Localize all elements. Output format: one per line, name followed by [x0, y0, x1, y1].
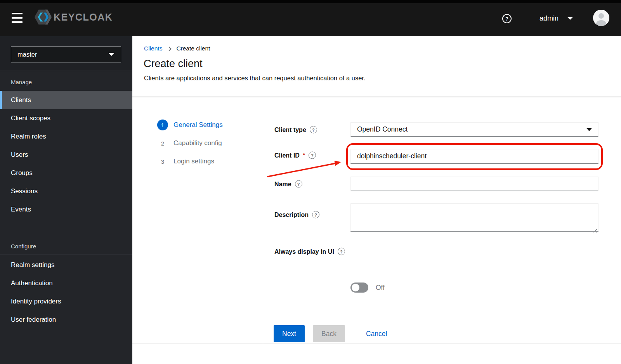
sidebar-item-clients[interactable]: Clients	[0, 91, 132, 109]
breadcrumb-separator-icon	[167, 47, 172, 51]
masthead: KEYCLOAK ? admin	[0, 0, 621, 36]
top-strip	[0, 0, 621, 3]
wizard-step-login-settings[interactable]: 3 Login settings	[157, 156, 223, 167]
client-type-label: Client type ?	[274, 126, 317, 133]
header-divider	[132, 96, 621, 97]
sidebar-item-realm-roles[interactable]: Realm roles	[0, 127, 132, 146]
main-content: Clients Create client Create client Clie…	[132, 36, 621, 364]
always-display-label: Always display in UI ?	[274, 248, 345, 255]
brand-text: KEYCLOAK	[54, 12, 113, 23]
keycloak-admin-console: KEYCLOAK ? admin master	[0, 0, 621, 364]
help-icon[interactable]: ?	[312, 211, 319, 218]
breadcrumb: Clients Create client	[144, 45, 210, 52]
user-menu-label: admin	[539, 14, 559, 23]
hamburger-menu-icon[interactable]	[12, 13, 23, 23]
description-textarea[interactable]	[350, 203, 598, 232]
footer-divider	[132, 343, 621, 344]
step-label: Login settings	[173, 158, 214, 165]
help-icon[interactable]: ?	[295, 180, 302, 188]
client-type-value: OpenID Connect	[357, 125, 408, 133]
wizard-step-capability-config[interactable]: 2 Capability config	[157, 138, 223, 149]
sidebar-item-realm-settings[interactable]: Realm settings	[0, 256, 132, 274]
step-number-badge: 1	[157, 120, 168, 130]
page-title: Create client	[144, 58, 203, 70]
realm-selector-value: master	[17, 51, 37, 58]
help-icon[interactable]: ?	[502, 14, 512, 23]
client-type-select[interactable]: OpenID Connect	[350, 122, 598, 137]
breadcrumb-current: Create client	[176, 45, 210, 52]
help-icon[interactable]: ?	[310, 126, 317, 133]
nav-section-title-configure: Configure	[0, 243, 132, 255]
caret-down-icon	[108, 53, 114, 56]
realm-selector[interactable]: master	[11, 46, 121, 62]
client-id-input[interactable]	[350, 149, 598, 164]
sidebar-nav: master Manage Clients Client scopes Real…	[0, 36, 132, 364]
breadcrumb-link-clients[interactable]: Clients	[144, 45, 162, 52]
sidebar-item-users[interactable]: Users	[0, 146, 132, 164]
wizard-footer: Next Back Cancel	[274, 325, 393, 342]
annotation-arrow	[132, 36, 621, 364]
caret-down-icon	[567, 17, 573, 20]
name-input[interactable]	[350, 177, 598, 191]
wizard-steps: 1 General Settings 2 Capability config 3…	[157, 120, 223, 174]
next-button[interactable]: Next	[274, 325, 305, 342]
back-button[interactable]: Back	[313, 325, 345, 342]
help-icon[interactable]: ?	[338, 248, 345, 255]
sidebar-item-identity-providers[interactable]: Identity providers	[0, 292, 132, 310]
sidebar-item-authentication[interactable]: Authentication	[0, 274, 132, 292]
description-label: Description ?	[274, 211, 319, 218]
sidebar-item-user-federation[interactable]: User federation	[0, 310, 132, 329]
nav-group-configure: Configure Realm settings Authentication …	[0, 243, 132, 329]
toggle-state-label: Off	[376, 284, 385, 292]
wizard-step-general-settings[interactable]: 1 General Settings	[157, 120, 223, 130]
sidebar-item-events[interactable]: Events	[0, 200, 132, 218]
realm-selector-panel: master	[0, 36, 132, 71]
wizard-divider	[263, 113, 263, 343]
sidebar-item-sessions[interactable]: Sessions	[0, 182, 132, 200]
sidebar-item-groups[interactable]: Groups	[0, 164, 132, 182]
sidebar-item-client-scopes[interactable]: Client scopes	[0, 109, 132, 127]
avatar[interactable]	[593, 10, 609, 26]
step-number-badge: 3	[157, 156, 168, 167]
keycloak-logo-icon	[34, 9, 52, 25]
user-avatar-icon	[593, 10, 609, 26]
cancel-button[interactable]: Cancel	[360, 325, 393, 342]
always-display-toggle[interactable]	[350, 283, 368, 293]
step-label: General Settings	[173, 121, 223, 129]
page-subtitle: Clients are applications and services th…	[144, 75, 366, 82]
nav-group-manage: Manage Clients Client scopes Realm roles…	[0, 71, 132, 218]
client-id-label: Client ID * ?	[274, 152, 316, 159]
help-icon[interactable]: ?	[309, 152, 316, 159]
keycloak-logo: KEYCLOAK	[34, 9, 113, 25]
user-menu-dropdown[interactable]: admin	[539, 13, 573, 24]
nav-section-title-manage: Manage	[0, 71, 132, 91]
required-asterisk: *	[303, 152, 305, 159]
caret-down-icon	[586, 128, 592, 131]
name-label: Name ?	[274, 180, 302, 188]
step-label: Capability config	[173, 139, 222, 147]
step-number-badge: 2	[157, 138, 168, 149]
toggle-knob	[352, 284, 359, 291]
